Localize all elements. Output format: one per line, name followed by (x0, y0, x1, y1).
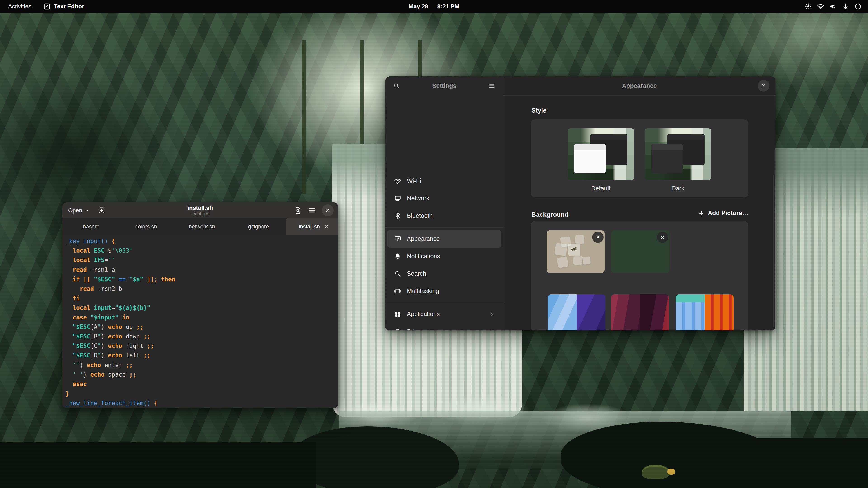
tab-label: network.sh (189, 223, 215, 230)
code-line: _key_input() { (66, 236, 338, 246)
sidebar-item-network[interactable]: Network (387, 190, 501, 207)
sidebar-item-bluetooth[interactable]: Bluetooth (387, 207, 501, 225)
background-card (531, 221, 748, 330)
style-option-label: Default (567, 185, 634, 192)
open-document-button[interactable]: Open (68, 207, 90, 214)
tab-label: .bashrc (81, 223, 99, 230)
tab-close-icon[interactable] (324, 224, 329, 229)
menu-icon[interactable] (488, 82, 495, 90)
wallpaper-thumb-blue-orange-drips[interactable] (676, 294, 734, 330)
search-icon[interactable] (393, 83, 400, 89)
volume-icon[interactable] (829, 3, 837, 10)
close-icon (761, 83, 766, 89)
preview-front-window-light (574, 144, 605, 173)
desktop: Activities Text Editor May 28 8:21 PM Op… (0, 0, 868, 488)
code-line: } (66, 389, 338, 398)
multitasking-icon (394, 287, 401, 295)
sidebar-item-multitasking[interactable]: Multitasking (387, 283, 501, 300)
code-line: if [[ "$ESC" == "$a" ]]; then (66, 274, 338, 284)
tab-.gitignore[interactable]: .gitignore (230, 218, 286, 235)
clock-time: 8:21 PM (437, 3, 459, 10)
document-title: install.sh (188, 204, 213, 211)
sidebar-item-privacy[interactable]: Privacy (387, 323, 501, 330)
sidebar-item-label: Applications (407, 311, 483, 318)
panel-scrollbar[interactable] (773, 175, 774, 327)
text-editor-headerbar: Open install.sh ~/dotfiles (62, 202, 338, 218)
tab-network.sh[interactable]: network.sh (174, 218, 230, 235)
settings-sidebar-list: Wi-FiNetworkBluetoothAppearanceNotificat… (385, 172, 503, 330)
power-icon[interactable] (854, 3, 862, 10)
new-tab-button[interactable] (97, 206, 105, 215)
clock-button[interactable]: May 28 8:21 PM (409, 3, 460, 10)
style-option-dark[interactable]: Dark (645, 128, 711, 192)
tab-.bashrc[interactable]: .bashrc (62, 218, 118, 235)
add-picture-label: Add Picture… (708, 210, 748, 217)
search-icon (394, 270, 401, 278)
code-line: esac (66, 379, 338, 389)
code-line: case "$input" in (66, 313, 338, 322)
code-line: '') echo enter ;; (66, 360, 338, 370)
wallpaper-thumb-beige-tiles[interactable] (547, 230, 604, 273)
sidebar-item-wi-fi[interactable]: Wi-Fi (387, 172, 501, 190)
close-settings-button[interactable] (758, 80, 770, 92)
sidebar-item-label: Bluetooth (407, 213, 495, 219)
code-line: read -rsn1 a (66, 265, 338, 274)
focused-app-button[interactable]: Text Editor (43, 3, 84, 10)
style-card: Default Dark (531, 119, 748, 197)
wallpaper-thumb-blue-geometric[interactable] (548, 294, 605, 330)
brightness-icon[interactable] (804, 3, 812, 10)
wallpaper-thumb-forest-waterfall[interactable] (611, 230, 669, 273)
sidebar-item-label: Appearance (407, 235, 495, 242)
chevron-right-icon (488, 311, 495, 318)
style-preview-dark (645, 128, 711, 180)
text-editor-icon (43, 3, 51, 10)
sidebar-item-notifications[interactable]: Notifications (387, 248, 501, 265)
sidebar-item-label: Privacy (407, 328, 483, 330)
sidebar-item-appearance[interactable]: Appearance (387, 230, 501, 248)
caret-down-icon (85, 208, 90, 213)
code-line: local IFS='' (66, 255, 338, 265)
settings-window: Settings Wi-FiNetworkBluetoothAppearance… (385, 76, 775, 330)
sidebar-divider (385, 227, 503, 228)
wifi-icon (394, 177, 401, 185)
wifi-icon[interactable] (817, 3, 825, 10)
tab-colors.sh[interactable]: colors.sh (118, 218, 174, 235)
code-line: local ESC=$'\033' (66, 246, 338, 255)
text-editor-window: Open install.sh ~/dotfiles .bashrccolors… (62, 202, 338, 408)
tab-bar: .bashrccolors.shnetwork.sh.gitignoreinst… (62, 218, 338, 235)
sidebar-item-search[interactable]: Search (387, 265, 501, 283)
network-icon (394, 195, 401, 202)
style-option-label: Dark (645, 185, 711, 192)
close-icon (325, 207, 331, 213)
sidebar-item-label: Notifications (407, 253, 495, 260)
code-line: ' ') echo space ;; (66, 370, 338, 379)
doc-search-icon[interactable] (294, 206, 302, 215)
sidebar-item-label: Network (407, 195, 495, 202)
code-line: local input="${a}${b}" (66, 303, 338, 313)
system-status-area[interactable] (804, 0, 862, 13)
sidebar-item-label: Search (407, 270, 495, 277)
settings-window-title: Settings (432, 83, 456, 90)
code-line: "$ESC[C") echo right ;; (66, 341, 338, 351)
add-picture-button[interactable]: Add Picture… (698, 210, 748, 217)
wallpaper-thumb-dark-red-waves[interactable] (611, 294, 669, 330)
code-editor[interactable]: _key_input() { local ESC=$'\033' local I… (62, 235, 338, 408)
close-window-button[interactable] (322, 204, 334, 216)
close-icon (595, 235, 600, 240)
code-line: fi (66, 293, 338, 303)
plus-icon (698, 210, 705, 217)
applications-icon (394, 311, 401, 318)
tab-install.sh[interactable]: install.sh (286, 218, 338, 235)
dragon-icon (568, 243, 581, 256)
close-icon (660, 235, 665, 240)
style-option-default[interactable]: Default (567, 128, 634, 192)
sidebar-item-applications[interactable]: Applications (387, 305, 501, 323)
activities-button[interactable]: Activities (8, 3, 31, 10)
microphone-icon[interactable] (842, 3, 849, 10)
menu-icon[interactable] (308, 206, 316, 215)
bluetooth-icon (394, 212, 401, 220)
remove-wallpaper-button[interactable] (657, 232, 668, 243)
bell-icon (394, 253, 401, 260)
remove-wallpaper-button[interactable] (592, 232, 603, 243)
chevron-right-icon (488, 328, 495, 330)
